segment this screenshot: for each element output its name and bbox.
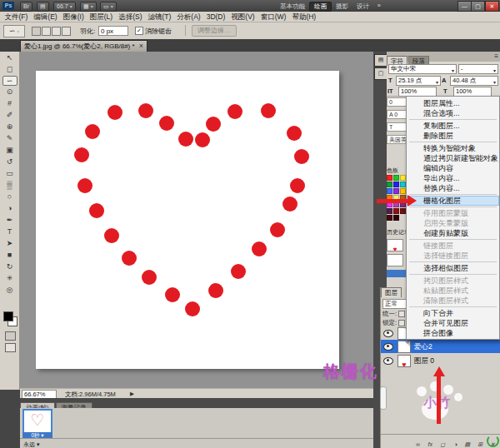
context-menu-item[interactable]: 编辑内容 [407,163,499,173]
path-selection-tool[interactable]: ➤ [2,238,18,249]
context-menu-item[interactable]: 替换内容... [407,183,499,193]
history-state-thumbnail-2[interactable] [387,254,403,266]
collapsed-panel-icon[interactable]: ▤ [374,54,388,67]
antialias-checkbox[interactable]: ✓ [135,27,143,35]
layer-style-icon[interactable]: fx [423,439,432,448]
color-swatch[interactable] [400,208,406,214]
hand-tool[interactable]: ✳ [2,273,18,284]
context-menu-item[interactable]: 选择相似图层 [407,263,499,273]
context-menu-item[interactable]: 选择链接图层 [407,251,499,261]
menubar-item[interactable]: 文件(F) [2,12,31,22]
context-menu-item[interactable]: 粘贴图层样式 [407,286,499,296]
font-size-field[interactable]: 25.19 点▾ [396,76,441,86]
bridge-icon[interactable]: Br [20,2,32,12]
panel-menu-icon[interactable]: ≡ [494,52,498,60]
restore-button[interactable]: ▢ [471,1,485,12]
color-swatch[interactable] [387,175,392,181]
color-swatch[interactable] [393,215,399,221]
layer-row-selected[interactable]: 爱心2 [381,340,500,353]
scrollbar-thumb[interactable] [380,386,387,410]
menubar-item[interactable]: 滤镜(T) [145,12,174,22]
zoom-tool[interactable]: ◎ [2,285,18,296]
color-swatch[interactable] [393,208,399,214]
context-menu-item[interactable]: 向下合并 [407,308,499,318]
subtract-selection-icon[interactable] [52,27,61,36]
layer-group-icon[interactable]: ▤ [461,439,470,448]
context-menu-item[interactable]: 拷贝图层样式 [407,276,499,286]
menubar-item[interactable]: 3D(D) [203,12,228,22]
font-family-select[interactable]: 华文中宋▾ [388,64,457,74]
intersect-selection-icon[interactable] [62,27,71,36]
menubar-item[interactable]: 图层(L) [87,12,115,22]
color-swatch[interactable] [400,188,406,194]
visibility-eye-icon[interactable] [383,330,393,337]
lasso-tool[interactable]: ∽ [2,76,18,86]
rotate-3d-tool[interactable]: ↻ [2,261,18,272]
workspace-button[interactable]: 设计 [352,2,373,11]
loop-mode-selector[interactable]: 永远 ▾ [23,441,39,448]
rectangular-marquee-tool[interactable]: ◻ [2,64,18,75]
feather-input[interactable] [98,26,128,36]
visibility-eye-icon[interactable] [383,357,393,365]
layers-panel-tab[interactable]: 图层 [381,287,402,297]
color-swatch[interactable] [393,182,399,187]
link-layers-icon[interactable]: ∞ [411,439,420,448]
context-menu-item[interactable]: 图层属性... [407,98,499,108]
context-menu-item[interactable]: 链接图层 [407,241,499,251]
quick-selection-tool[interactable]: ⊙ [2,87,18,97]
quick-mask-button[interactable] [5,331,16,341]
clone-stamp-tool[interactable]: ▣ [2,145,18,156]
add-selection-icon[interactable] [42,27,51,36]
font-style-select[interactable]: -▾ [458,64,498,74]
context-menu-item[interactable]: 启用矢量蒙版 [407,218,499,228]
color-swatch[interactable] [387,215,392,221]
history-state-thumbnail[interactable]: ♥ [387,239,403,251]
menubar-item[interactable]: 编辑(E) [31,12,60,22]
workspace-button[interactable]: 摄影 [332,2,352,11]
menubar-item[interactable]: 分析(A) [174,12,203,22]
context-menu-item[interactable]: 拼合图像 [407,328,499,338]
pen-tool[interactable]: ✒ [2,215,18,226]
eraser-tool[interactable]: ▭ [2,168,18,179]
menubar-item[interactable]: 窗口(W) [258,12,289,22]
type-tool[interactable]: T [2,226,18,237]
context-menu-item[interactable]: 停用图层蒙版 [407,208,499,218]
smart-object-thumbnail[interactable] [398,341,411,353]
tool-preset-picker[interactable]: ∽▾ [3,25,25,37]
color-swatch[interactable] [393,188,399,194]
leading-field[interactable]: 40.48 点▾ [450,76,498,86]
gradient-tool[interactable]: ▒ [2,180,18,191]
visibility-eye-icon[interactable] [383,343,393,351]
blur-tool[interactable]: ○ [2,192,18,202]
color-swatch[interactable] [387,208,392,214]
color-swatch[interactable] [393,175,399,181]
brush-tool[interactable]: ✎ [2,133,18,144]
screen-mode-button[interactable] [5,343,16,352]
layer-thumbnail[interactable]: ♥ [398,355,411,367]
healing-brush-tool[interactable]: ⊕ [2,122,18,132]
document-tab[interactable]: 爱心1.jpg @ 66.7%(爱心2, RGB/8#) *× [20,40,148,52]
workspace-button[interactable]: 绘画 [309,2,332,12]
context-menu-item[interactable]: 转换为智能对象 [407,143,499,153]
crop-tool[interactable]: # [2,98,18,109]
menubar-item[interactable]: 视图(V) [228,12,258,22]
screen-mode-icon[interactable]: ▭▾ [100,2,117,12]
frame-thumbnail[interactable]: ♡ [22,409,52,434]
new-layer-icon[interactable]: ⊞ [473,439,482,448]
workspace-button[interactable]: 基本功能 [276,2,309,11]
menubar-item[interactable]: 选择(S) [116,12,145,22]
tab-close-icon[interactable]: × [139,41,143,52]
context-menu-item[interactable]: 导出内容... [407,173,499,183]
status-options-icon[interactable]: ▶ [130,391,134,397]
workspace-overflow-button[interactable]: » [373,2,385,10]
color-swatch[interactable] [400,182,406,187]
eyedropper-tool[interactable]: ✐ [2,110,18,121]
arrange-documents-icon[interactable]: ▦▾ [80,2,97,12]
context-menu-item[interactable]: 通过拷贝新建智能对象 [407,153,499,163]
history-brush-tool[interactable]: ↺ [2,157,18,167]
color-swatch[interactable] [387,182,392,187]
foreground-color-swatch[interactable] [3,311,13,321]
context-menu-item[interactable]: 栅格化图层 [407,196,499,206]
shape-tool[interactable]: ■ [2,250,18,261]
context-menu-item[interactable]: 清除图层样式 [407,296,499,306]
